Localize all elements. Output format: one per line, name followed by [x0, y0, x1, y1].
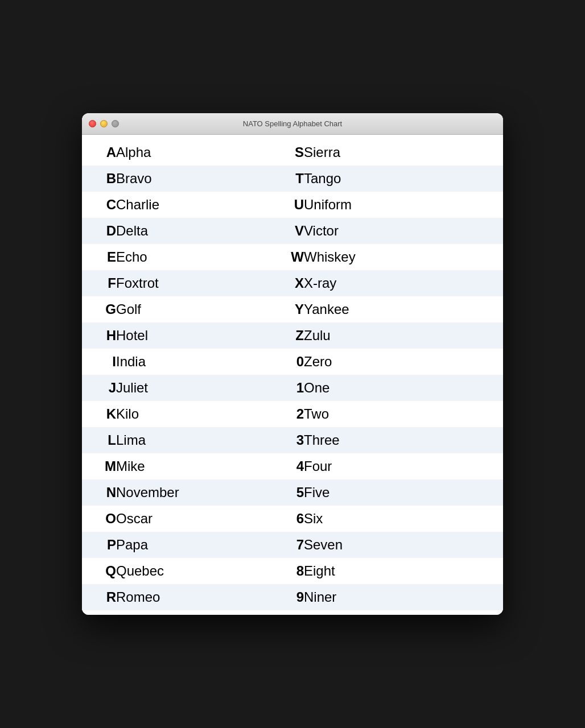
right-word: Zulu [304, 322, 503, 349]
left-word: India [116, 349, 258, 375]
right-letter: Y [270, 296, 304, 322]
right-letter: 7 [270, 532, 304, 558]
app-window: NATO Spelling Alphabet Chart A Alpha S S… [82, 113, 503, 615]
left-letter: G [82, 296, 116, 322]
left-word: Bravo [116, 166, 258, 192]
right-word: Victor [304, 218, 503, 244]
table-row: M Mike 4 Four [82, 453, 503, 479]
right-letter: 1 [270, 375, 304, 401]
table-row: F Foxtrot X X-ray [82, 270, 503, 296]
right-letter: 2 [270, 401, 304, 427]
table-row: C Charlie U Uniform [82, 192, 503, 218]
right-letter: 8 [270, 558, 304, 584]
right-letter: 9 [270, 584, 304, 610]
close-button[interactable] [89, 120, 96, 127]
right-letter: 0 [270, 349, 304, 375]
right-word: One [304, 375, 503, 401]
right-word: Whiskey [304, 244, 503, 270]
table-row: P Papa 7 Seven [82, 532, 503, 558]
table-row: A Alpha S Sierra [82, 139, 503, 166]
left-word: Foxtrot [116, 270, 258, 296]
table-row: I India 0 Zero [82, 349, 503, 375]
right-letter: V [270, 218, 304, 244]
right-word: Tango [304, 166, 503, 192]
left-word: Golf [116, 296, 258, 322]
right-word: Eight [304, 558, 503, 584]
table-row: H Hotel Z Zulu [82, 322, 503, 349]
left-letter: B [82, 166, 116, 192]
left-word: Charlie [116, 192, 258, 218]
right-letter: T [270, 166, 304, 192]
right-letter: X [270, 270, 304, 296]
table-row: Q Quebec 8 Eight [82, 558, 503, 584]
left-letter: P [82, 532, 116, 558]
left-word: Delta [116, 218, 258, 244]
left-word: Kilo [116, 401, 258, 427]
right-word: Uniform [304, 192, 503, 218]
table-row: E Echo W Whiskey [82, 244, 503, 270]
left-word: Romeo [116, 584, 258, 610]
table-row: N November 5 Five [82, 479, 503, 506]
chart-content: A Alpha S Sierra B Bravo T Tango C Charl… [82, 135, 503, 615]
right-word: Seven [304, 532, 503, 558]
left-word: November [116, 479, 258, 506]
table-row: K Kilo 2 Two [82, 401, 503, 427]
table-row: J Juliet 1 One [82, 375, 503, 401]
table-row: B Bravo T Tango [82, 166, 503, 192]
left-letter: M [82, 453, 116, 479]
left-letter: C [82, 192, 116, 218]
window-title: NATO Spelling Alphabet Chart [243, 119, 342, 128]
right-word: Zero [304, 349, 503, 375]
right-letter: U [270, 192, 304, 218]
left-word: Lima [116, 427, 258, 453]
left-word: Juliet [116, 375, 258, 401]
right-letter: Z [270, 322, 304, 349]
right-letter: S [270, 139, 304, 166]
titlebar: NATO Spelling Alphabet Chart [82, 113, 503, 135]
left-word: Quebec [116, 558, 258, 584]
left-word: Alpha [116, 139, 258, 166]
right-word: Six [304, 506, 503, 532]
minimize-button[interactable] [100, 120, 108, 127]
right-letter: 4 [270, 453, 304, 479]
left-word: Papa [116, 532, 258, 558]
left-word: Hotel [116, 322, 258, 349]
left-letter: O [82, 506, 116, 532]
right-word: Yankee [304, 296, 503, 322]
left-word: Oscar [116, 506, 258, 532]
right-word: Two [304, 401, 503, 427]
left-letter: Q [82, 558, 116, 584]
zoom-button[interactable] [112, 120, 119, 127]
table-row: R Romeo 9 Niner [82, 584, 503, 610]
right-word: Niner [304, 584, 503, 610]
left-letter: N [82, 479, 116, 506]
left-letter: E [82, 244, 116, 270]
right-letter: 5 [270, 479, 304, 506]
right-letter: W [270, 244, 304, 270]
left-word: Echo [116, 244, 258, 270]
left-letter: L [82, 427, 116, 453]
left-letter: A [82, 139, 116, 166]
left-letter: F [82, 270, 116, 296]
table-row: G Golf Y Yankee [82, 296, 503, 322]
right-word: Sierra [304, 139, 503, 166]
left-letter: H [82, 322, 116, 349]
left-letter: I [82, 349, 116, 375]
nato-table: A Alpha S Sierra B Bravo T Tango C Charl… [82, 139, 503, 610]
right-word: Five [304, 479, 503, 506]
table-row: O Oscar 6 Six [82, 506, 503, 532]
right-letter: 6 [270, 506, 304, 532]
right-word: Three [304, 427, 503, 453]
left-letter: D [82, 218, 116, 244]
table-row: L Lima 3 Three [82, 427, 503, 453]
traffic-lights [89, 120, 119, 127]
table-row: D Delta V Victor [82, 218, 503, 244]
left-word: Mike [116, 453, 258, 479]
right-letter: 3 [270, 427, 304, 453]
right-word: Four [304, 453, 503, 479]
left-letter: R [82, 584, 116, 610]
left-letter: J [82, 375, 116, 401]
left-letter: K [82, 401, 116, 427]
right-word: X-ray [304, 270, 503, 296]
